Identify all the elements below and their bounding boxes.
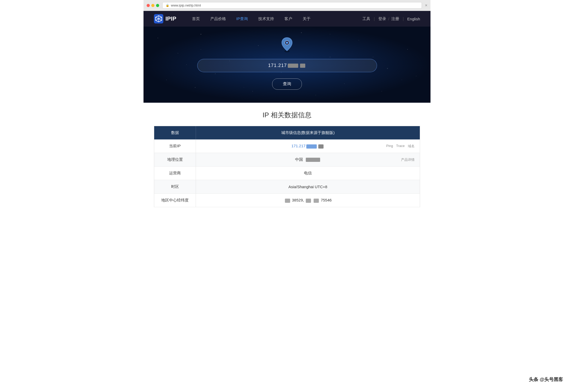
svg-point-5 xyxy=(178,53,178,53)
nav-ip-query[interactable]: IP查询 xyxy=(231,11,253,27)
query-button[interactable]: 查询 xyxy=(272,78,302,90)
svg-point-23 xyxy=(186,64,187,65)
geo-value-container: 中国 xyxy=(201,157,415,162)
coord-prefix: 38529, xyxy=(292,198,304,202)
product-detail-link[interactable]: 产品详情 xyxy=(401,157,415,162)
hero-section: 171.217 查询 xyxy=(144,27,430,103)
logo-text: IPIP xyxy=(165,15,176,22)
value-geo: 中国 产品详情 xyxy=(196,153,420,167)
browser-window-controls xyxy=(147,4,159,7)
svg-point-18 xyxy=(344,83,345,84)
geo-action-links: 产品详情 xyxy=(401,157,415,162)
svg-point-16 xyxy=(195,87,196,88)
svg-point-10 xyxy=(330,57,330,57)
tab-close-button[interactable]: × xyxy=(425,3,427,8)
divider-3: ｜ xyxy=(401,16,405,21)
logo-icon xyxy=(154,14,163,23)
main-nav: 首页 产品价格 IP查询 技术支持 客户 关于 xyxy=(187,11,362,27)
redacted-current-ip-1 xyxy=(306,144,317,149)
table-row-coordinates: 地区中心经纬度 38529, 75546 xyxy=(154,194,420,207)
divider-1: ｜ xyxy=(372,16,376,21)
label-coordinates: 地区中心经纬度 xyxy=(154,194,196,207)
location-pin-icon xyxy=(280,37,294,54)
english-link[interactable]: English xyxy=(407,17,420,21)
close-window-button[interactable] xyxy=(147,4,150,7)
search-box[interactable]: 171.217 xyxy=(197,59,377,72)
nav-home[interactable]: 首页 xyxy=(187,11,205,27)
table-row-timezone: 时区 Asia/Shanghai UTC+8 xyxy=(154,180,420,194)
svg-point-9 xyxy=(301,32,302,33)
nav-pricing[interactable]: 产品价格 xyxy=(205,11,231,27)
divider-2: / xyxy=(388,17,389,21)
tools-link[interactable]: 工具 xyxy=(362,16,370,21)
minimize-window-button[interactable] xyxy=(151,4,154,7)
redacted-geo-1 xyxy=(306,158,320,162)
table-row-current-ip: 当前IP 171.217 Ping Trace 域名 xyxy=(154,139,420,153)
browser-chrome: 🔒 www.ipip.net/ip.html × xyxy=(144,0,430,11)
redacted-coord-3 xyxy=(314,199,319,203)
domain-link[interactable]: 域名 xyxy=(408,144,415,149)
value-isp: 电信 xyxy=(196,167,420,180)
register-link[interactable]: 注册 xyxy=(391,16,399,21)
svg-point-27 xyxy=(286,42,288,43)
login-link[interactable]: 登录 xyxy=(378,16,386,21)
svg-point-11 xyxy=(358,40,359,41)
ip-link[interactable]: 171.217 xyxy=(291,144,324,148)
svg-point-12 xyxy=(387,68,388,69)
table-row-isp: 运营商 电信 xyxy=(154,167,420,180)
navbar-right: 工具 ｜ 登录 / 注册 ｜ English xyxy=(362,16,420,21)
svg-point-15 xyxy=(166,79,167,80)
section-title: IP 相关数据信息 xyxy=(154,111,420,120)
col-header-data: 数据 xyxy=(154,126,196,140)
url-text: www.ipip.net/ip.html xyxy=(171,3,201,7)
nav-about[interactable]: 关于 xyxy=(297,11,316,27)
ip-display: 171.217 xyxy=(268,63,306,68)
redacted-coord-2 xyxy=(306,199,311,203)
svg-point-19 xyxy=(215,74,216,74)
svg-point-22 xyxy=(315,95,316,95)
svg-point-13 xyxy=(407,49,408,50)
ip-data-table: 数据 城市级信息(数据来源于旗舰版) 当前IP 171.217 Ping Tra… xyxy=(154,126,420,207)
redacted-current-ip-2 xyxy=(318,144,324,149)
ping-link[interactable]: Ping xyxy=(386,144,393,149)
logo[interactable]: IPIP xyxy=(154,14,176,23)
trace-link[interactable]: Trace xyxy=(396,144,405,149)
coord-suffix: 75546 xyxy=(321,198,332,202)
table-row-geo: 地理位置 中国 产品详情 xyxy=(154,153,420,167)
geo-country: 中国 xyxy=(295,157,303,162)
table-header-row: 数据 城市级信息(数据来源于旗舰版) xyxy=(154,126,420,140)
svg-point-14 xyxy=(416,76,416,76)
redacted-coord-1 xyxy=(285,199,290,203)
svg-point-4 xyxy=(158,38,158,38)
svg-point-8 xyxy=(258,45,259,46)
address-bar[interactable]: 🔒 www.ipip.net/ip.html xyxy=(162,2,422,9)
label-geo: 地理位置 xyxy=(154,153,196,167)
svg-point-6 xyxy=(201,34,201,35)
navbar: IPIP 首页 产品价格 IP查询 技术支持 客户 关于 工具 ｜ 登录 / 注… xyxy=(144,11,430,27)
col-header-info: 城市级信息(数据来源于旗舰版) xyxy=(196,126,420,140)
redacted-ip-part1 xyxy=(288,64,298,68)
value-current-ip: 171.217 Ping Trace 域名 xyxy=(196,139,420,153)
maximize-window-button[interactable] xyxy=(156,4,159,7)
label-timezone: 时区 xyxy=(154,180,196,194)
label-current-ip: 当前IP xyxy=(154,139,196,153)
svg-point-20 xyxy=(381,91,382,91)
nav-tech-support[interactable]: 技术支持 xyxy=(253,11,279,27)
svg-point-21 xyxy=(252,91,253,91)
content-section: IP 相关数据信息 数据 城市级信息(数据来源于旗舰版) 当前IP 171.21… xyxy=(144,103,430,215)
label-isp: 运营商 xyxy=(154,167,196,180)
redacted-ip-part2 xyxy=(300,64,305,68)
nav-customers[interactable]: 客户 xyxy=(279,11,297,27)
ip-action-links: Ping Trace 域名 xyxy=(386,144,415,149)
value-coordinates: 38529, 75546 xyxy=(196,194,420,207)
value-timezone: Asia/Shanghai UTC+8 xyxy=(196,180,420,194)
lock-icon: 🔒 xyxy=(166,4,169,7)
